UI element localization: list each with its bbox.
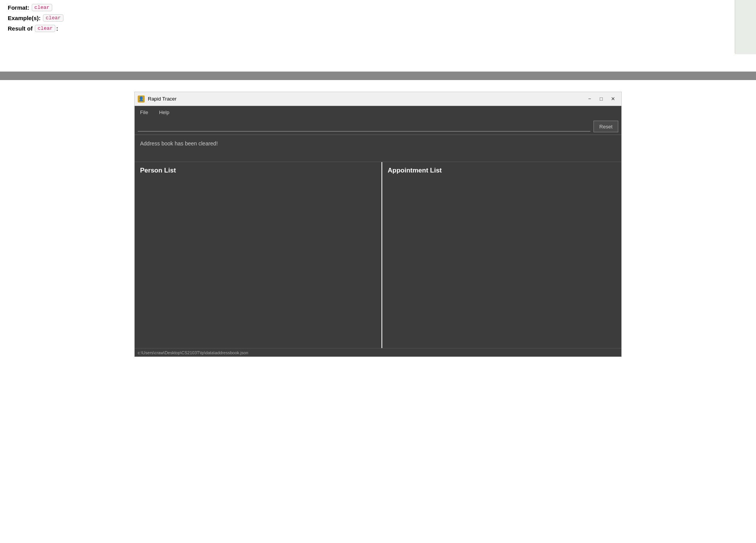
title-bar-controls: − □ ✕ <box>584 95 618 103</box>
title-bar-left: 👤 Rapid Tracer <box>138 96 176 102</box>
status-area: Address book has been cleared! <box>135 135 621 162</box>
maximize-button[interactable]: □ <box>596 95 607 103</box>
title-bar: 👤 Rapid Tracer − □ ✕ <box>134 92 622 106</box>
person-list-panel: Person List <box>135 162 382 348</box>
footer-path: c:\Users\craw\Desktop\CS2103T\tp\data\ad… <box>138 350 248 355</box>
reset-button[interactable]: Reset <box>594 121 618 132</box>
format-line: Format: clear <box>8 4 748 11</box>
doc-area: Format: clear Example(s): clear Result o… <box>0 0 756 72</box>
result-line: Result of clear : <box>8 25 748 32</box>
search-bar: Reset <box>135 118 621 135</box>
window-body: File Help Reset Address book has been cl… <box>134 106 622 357</box>
menu-bar: File Help <box>135 106 621 118</box>
format-label: Format: <box>8 4 29 11</box>
examples-line: Example(s): clear <box>8 14 748 22</box>
menu-file[interactable]: File <box>138 108 151 117</box>
lists-area: Person List Appointment List <box>135 162 621 348</box>
format-badge: clear <box>32 4 52 11</box>
result-colon: : <box>56 25 58 32</box>
menu-help[interactable]: Help <box>157 108 172 117</box>
appointment-list-panel: Appointment List <box>382 162 621 348</box>
app-icon: 👤 <box>138 96 145 102</box>
scrollbar-stub <box>735 0 756 54</box>
footer-bar: c:\Users\craw\Desktop\CS2103T\tp\data\ad… <box>135 348 621 357</box>
status-message: Address book has been cleared! <box>140 140 218 147</box>
result-badge: clear <box>35 25 55 32</box>
search-input[interactable] <box>138 122 590 131</box>
divider-bar <box>0 72 756 80</box>
app-window: 👤 Rapid Tracer − □ ✕ File Help Reset Add… <box>134 92 622 357</box>
close-button[interactable]: ✕ <box>607 95 618 103</box>
person-list-title: Person List <box>140 167 376 174</box>
examples-label: Example(s): <box>8 15 41 21</box>
minimize-button[interactable]: − <box>584 95 595 103</box>
app-title: Rapid Tracer <box>148 96 176 102</box>
appointment-list-title: Appointment List <box>388 167 616 174</box>
result-label: Result of <box>8 25 32 32</box>
examples-badge: clear <box>43 14 63 22</box>
